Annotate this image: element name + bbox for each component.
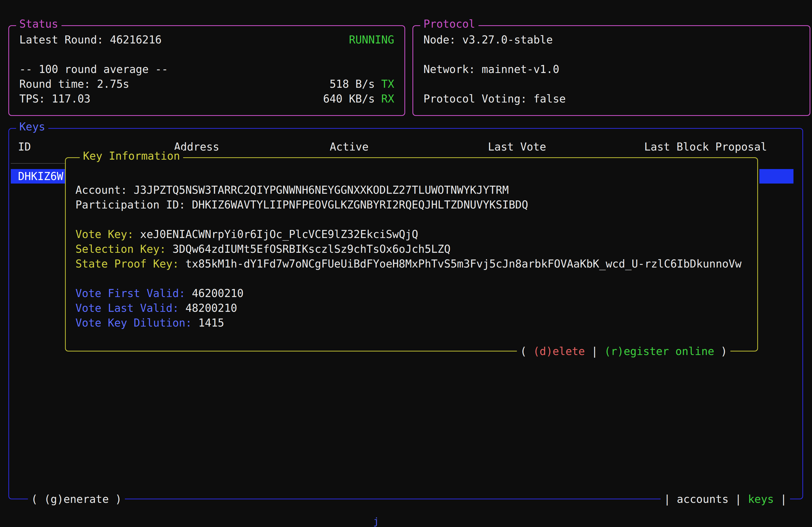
tps-line: TPS: 117.03 640 KB/s RX <box>19 91 394 106</box>
table-row-highlight-right[interactable] <box>759 169 794 183</box>
round-time-line: Round time: 2.75s 518 B/s TX <box>19 77 394 91</box>
running-status-badge: RUNNING <box>349 32 394 47</box>
latest-round-value: Latest Round: 46216216 <box>19 32 162 47</box>
round-average-header: -- 100 round average -- <box>19 62 394 77</box>
vote-last-valid-label: Vote Last Valid: <box>75 302 179 314</box>
tabs-separator: | <box>664 493 677 505</box>
vote-last-valid-line: Vote Last Valid: 48200210 <box>75 301 757 316</box>
state-proof-key-label: State Proof Key: <box>75 258 179 270</box>
status-panel: Status Latest Round: 46216216 RUNNING --… <box>8 25 405 116</box>
actions-close: ) <box>714 345 727 358</box>
protocol-voting: Protocol Voting: false <box>423 91 799 106</box>
participation-id-line: Participation ID: DHKIZ6WAVTYLIIPNFPEOVG… <box>75 197 757 212</box>
table-row[interactable]: DHKIZ6W <box>11 169 66 183</box>
vote-first-valid-value: 46200210 <box>192 287 244 299</box>
header-underline <box>11 163 65 164</box>
tabs-separator: | <box>728 493 748 505</box>
network-name: Network: mainnet-v1.0 <box>423 62 799 77</box>
selection-key-line: Selection Key: 3DQw64zdIUMt5EfOSRBIKsczl… <box>75 242 757 257</box>
participation-id-label: Participation ID: <box>75 199 185 211</box>
tx-rate: 518 B/s TX <box>330 77 394 91</box>
tx-label: TX <box>381 77 394 91</box>
spacer <box>75 271 757 286</box>
generate-button[interactable]: (g)enerate <box>44 493 109 505</box>
vote-key-dilution-line: Vote Key Dilution: 1415 <box>75 316 757 330</box>
key-information-dialog: Key Information Account: J3JPZTQ5NSW3TAR… <box>65 157 758 351</box>
vote-key-value: xeJ0ENIACWNrpYi0r6IjOc_PlcVCE9lZ32EkciSw… <box>140 228 418 240</box>
register-online-button[interactable]: (r)egister online <box>604 345 714 358</box>
account-label: Account: <box>75 184 127 196</box>
column-header-last-block-proposal: Last Block Proposal <box>644 139 767 154</box>
view-tabs: | accounts | keys | <box>661 492 790 507</box>
tps-value: TPS: 117.03 <box>19 91 90 106</box>
participation-id-value: DHKIZ6WAVTYLIIPNFPEOVGLKZGNBYRI2RQEQJHLT… <box>192 199 528 211</box>
terminal-cursor-artifact: j <box>373 516 379 527</box>
generate-hint-open: ( <box>31 493 44 505</box>
key-actions-hint: ( (d)elete | (r)egister online ) <box>517 344 730 359</box>
vote-key-line: Vote Key: xeJ0ENIACWNrpYi0r6IjOc_PlcVCE9… <box>75 227 757 242</box>
tx-rate-value: 518 B/s <box>330 77 375 91</box>
key-information-title: Key Information <box>80 150 183 162</box>
selection-key-label: Selection Key: <box>75 243 166 255</box>
column-header-id: ID <box>18 139 31 154</box>
selection-key-value: 3DQw64zdIUMt5EfOSRBIKsczlSz9chTsOx6oJch5… <box>172 243 451 255</box>
vote-first-valid-label: Vote First Valid: <box>75 287 185 299</box>
generate-hint-close: ) <box>109 493 122 505</box>
generate-hint: ( (g)enerate ) <box>28 492 125 507</box>
column-header-last-vote: Last Vote <box>488 139 546 154</box>
node-version: Node: v3.27.0-stable <box>423 32 799 47</box>
spacer <box>423 77 799 91</box>
keys-panel-title: Keys <box>16 120 48 133</box>
vote-last-valid-value: 48200210 <box>185 302 237 314</box>
spacer <box>75 212 757 227</box>
column-header-active: Active <box>330 139 369 154</box>
spacer <box>19 47 394 62</box>
vote-first-valid-line: Vote First Valid: 46200210 <box>75 286 757 301</box>
protocol-panel: Protocol Node: v3.27.0-stable Network: m… <box>412 25 810 116</box>
tab-accounts[interactable]: accounts <box>677 493 729 505</box>
rx-label: RX <box>381 91 394 106</box>
delete-button[interactable]: (d)elete <box>533 345 585 358</box>
tab-keys[interactable]: keys <box>748 493 774 505</box>
account-line: Account: J3JPZTQ5NSW3TARRC2QIYPGNWNH6NEY… <box>75 183 757 197</box>
status-panel-title: Status <box>16 18 61 30</box>
actions-separator: | <box>585 345 604 358</box>
state-proof-key-line: State Proof Key: tx85kM1h-dY1Fd7w7oNCgFU… <box>75 257 757 271</box>
table-row-id: DHKIZ6W <box>18 170 63 182</box>
vote-key-dilution-label: Vote Key Dilution: <box>75 317 192 329</box>
latest-round-line: Latest Round: 46216216 RUNNING <box>19 32 394 47</box>
spacer <box>423 47 799 62</box>
account-value: J3JPZTQ5NSW3TARRC2QIYPGNWNH6NEYGGNXXKODL… <box>134 184 509 196</box>
state-proof-key-value: tx85kM1h-dY1Fd7w7oNCgFUeUiBdFYoeH8MxPhTv… <box>185 258 741 270</box>
actions-open: ( <box>520 345 533 358</box>
vote-key-label: Vote Key: <box>75 228 134 240</box>
rx-rate-value: 640 KB/s <box>323 91 375 106</box>
tabs-separator: | <box>774 493 787 505</box>
protocol-panel-title: Protocol <box>420 18 478 30</box>
rx-rate: 640 KB/s RX <box>323 91 394 106</box>
round-time-value: Round time: 2.75s <box>19 77 129 91</box>
vote-key-dilution-value: 1415 <box>199 317 224 329</box>
